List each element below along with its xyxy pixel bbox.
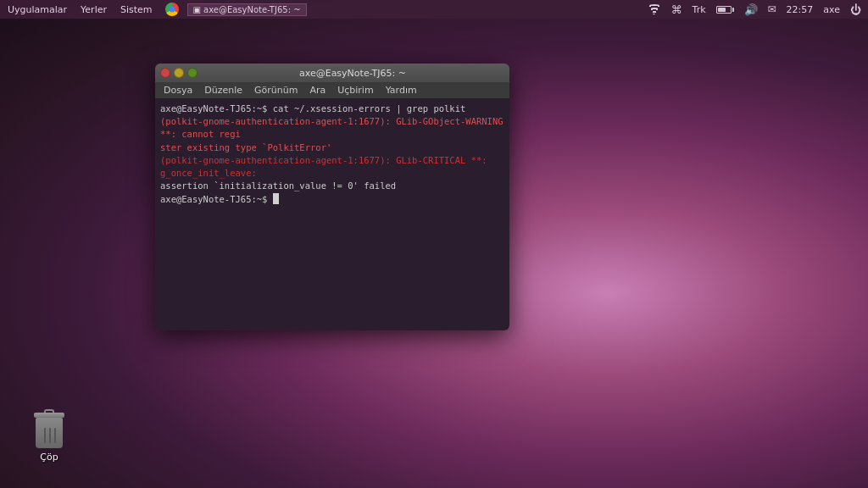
trash-icon[interactable]: Çöp: [24, 408, 75, 463]
power-icon: ⏻: [850, 3, 861, 16]
user-indicator[interactable]: axe: [820, 4, 843, 15]
keyboard-layout[interactable]: Trk: [689, 4, 709, 15]
panel-left: Uygulamalar Yerler Sistem ▣ axe@EasyNote…: [3, 3, 307, 17]
user-name: axe: [823, 4, 840, 15]
trash-label: Çöp: [40, 452, 58, 463]
terminal-menu-duzenle[interactable]: Düzenle: [199, 84, 248, 97]
terminal-menu-ucbirim[interactable]: Uçbirim: [332, 84, 378, 97]
power-indicator[interactable]: ⏻: [847, 3, 865, 16]
bluetooth-indicator[interactable]: ⌘: [668, 3, 686, 16]
menu-yerler[interactable]: Yerler: [76, 3, 111, 17]
panel-right: ⌘ Trk 🔊 ✉ 22:57 axe: [644, 0, 865, 19]
terminal-titlebar: axe@EasyNote-TJ65: ~: [155, 64, 509, 82]
chrome-icon[interactable]: [165, 3, 179, 16]
terminal-menubar: Dosya Düzenle Görünüm Ara Uçbirim Yardım: [155, 82, 509, 99]
wifi-arc-inner: [653, 11, 656, 13]
terminal-menu-dosya[interactable]: Dosya: [159, 84, 198, 97]
terminal-line-2: (polkit-gnome-authentication-agent-1:167…: [160, 115, 504, 141]
email-indicator[interactable]: ✉: [765, 3, 780, 15]
menu-sistem[interactable]: Sistem: [116, 3, 157, 17]
wifi-dot: [653, 14, 655, 14]
terminal-menu-ara[interactable]: Ara: [304, 84, 331, 97]
trash-line-2: [49, 428, 51, 443]
wifi-icon: [648, 4, 661, 14]
terminal-line-5: assertion `initialization_value != 0' fa…: [160, 180, 504, 192]
trash-line-3: [54, 428, 56, 443]
window-title: axe@EasyNote-TJ65: ~: [201, 68, 504, 79]
clock[interactable]: 22:57: [783, 4, 817, 15]
terminal-window: axe@EasyNote-TJ65: ~ Dosya Düzenle Görün…: [155, 64, 509, 330]
window-minimize-button[interactable]: [174, 68, 184, 78]
terminal-body[interactable]: axe@EasyNote-TJ65:~$ cat ~/.xsession-err…: [155, 99, 509, 330]
wifi-arc-mid: [651, 8, 658, 10]
trash-body: [36, 418, 63, 448]
email-icon: ✉: [768, 3, 776, 15]
terminal-line-1: axe@EasyNote-TJ65:~$ cat ~/.xsession-err…: [160, 103, 504, 115]
terminal-line-3: ster existing type `PolkitError': [160, 141, 504, 154]
volume-icon: 🔊: [744, 3, 758, 16]
bluetooth-icon: ⌘: [671, 3, 682, 16]
battery-icon: [716, 6, 734, 14]
battery-indicator[interactable]: [713, 6, 737, 14]
terminal-line-4: (polkit-gnome-authentication-agent-1:167…: [160, 154, 504, 180]
taskbar-app-label: axe@EasyNote-TJ65: ~: [203, 5, 301, 14]
keyboard-layout-label: Trk: [693, 4, 706, 15]
battery-fill: [718, 8, 726, 12]
volume-indicator[interactable]: 🔊: [741, 3, 761, 16]
clock-time: 22:57: [787, 4, 814, 15]
menu-uygulamalar[interactable]: Uygulamalar: [3, 3, 71, 17]
window-close-button[interactable]: [160, 68, 170, 78]
trash-lines: [44, 428, 56, 443]
terminal-cursor: [273, 193, 279, 204]
top-panel: Uygulamalar Yerler Sistem ▣ axe@EasyNote…: [0, 0, 868, 19]
terminal-menu-yardim[interactable]: Yardım: [381, 84, 422, 97]
wifi-indicator[interactable]: [644, 4, 665, 14]
trash-image: [32, 408, 66, 448]
window-maximize-button[interactable]: [187, 68, 198, 78]
terminal-line-6: axe@EasyNote-TJ65:~$: [160, 193, 504, 206]
taskbar-terminal[interactable]: ▣ axe@EasyNote-TJ65: ~: [187, 3, 307, 16]
wifi-arc-outer: [649, 4, 659, 7]
battery-tip: [732, 8, 734, 12]
terminal-menu-gorunum[interactable]: Görünüm: [249, 84, 303, 97]
trash-line-1: [44, 428, 46, 443]
battery-body: [716, 6, 732, 14]
